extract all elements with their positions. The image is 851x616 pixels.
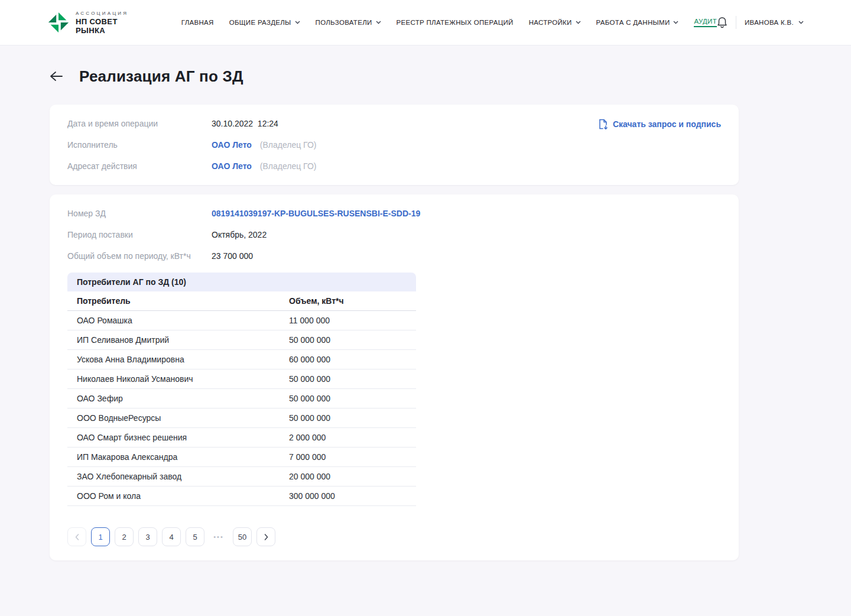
delivery-period-label: Период поставки — [67, 230, 212, 239]
addressee-label: Адресат действия — [67, 161, 212, 171]
pagination-page-2[interactable]: 2 — [115, 527, 134, 546]
volume-cell: 50 000 000 — [289, 374, 407, 384]
consumers-table: Потребители АГ по ЗД (10) Потребитель Об… — [67, 273, 416, 506]
top-navigation-bar: АССОЦИАЦИЯ НП СОВЕТ РЫНКА ГЛАВНАЯ ОБЩИЕ … — [0, 0, 851, 46]
consumers-table-header-row: Потребитель Объем, кВт*ч — [67, 291, 416, 311]
volume-cell: 11 000 000 — [289, 316, 407, 325]
main-content: Реализация АГ по ЗД Дата и время операци… — [50, 63, 739, 596]
download-request-signature-link[interactable]: Скачать запрос и подпись — [598, 119, 721, 129]
delivery-period-row: Период поставки Октябрь, 2022 — [67, 230, 721, 239]
pagination-page-1[interactable]: 1 — [91, 527, 110, 546]
nav-item-reestr-platezhnykh-operatsiy[interactable]: РЕЕСТР ПЛАТЕЖНЫХ ОПЕРАЦИЙ — [397, 19, 514, 26]
nav-item-label: ОБЩИЕ РАЗДЕЛЫ — [229, 19, 291, 26]
download-document-icon — [598, 119, 608, 129]
total-volume-label: Общий объем по периоду, кВт*ч — [67, 251, 212, 261]
consumer-cell: Николаев Николай Усманович — [77, 374, 289, 384]
table-row: ОАО Смарт бизнес решения 2 000 000 — [67, 428, 416, 448]
pagination-page-5[interactable]: 5 — [186, 527, 204, 546]
table-row: ОАО Зефир 50 000 000 — [67, 389, 416, 408]
chevron-down-icon — [673, 21, 678, 24]
consumer-cell: ООО Ром и кола — [77, 491, 289, 501]
table-row: Николаев Николай Усманович 50 000 000 — [67, 369, 416, 389]
volume-cell: 50 000 000 — [289, 335, 407, 345]
nav-item-nastroyki[interactable]: НАСТРОЙКИ — [529, 19, 581, 26]
header-divider — [736, 16, 736, 29]
back-button[interactable] — [50, 71, 63, 82]
nav-item-audit[interactable]: АУДИТ — [694, 18, 717, 27]
volume-cell: 20 000 000 — [289, 472, 407, 481]
executor-label: Исполнитель — [67, 140, 212, 150]
operation-date-label: Дата и время операции — [67, 119, 212, 128]
table-row: ООО ВодныеРесурсы 50 000 000 — [67, 408, 416, 428]
operation-summary-card: Дата и время операции 30.10.2022 12:24 И… — [50, 105, 739, 185]
title-row: Реализация АГ по ЗД — [50, 63, 739, 89]
notifications-bell-icon[interactable] — [717, 17, 727, 28]
chevron-down-icon — [376, 21, 381, 24]
nav-item-label: РЕЕСТР ПЛАТЕЖНЫХ ОПЕРАЦИЙ — [397, 19, 514, 26]
volume-cell: 7 000 000 — [289, 452, 407, 462]
nav-item-obshchie-razdely[interactable]: ОБЩИЕ РАЗДЕЛЫ — [229, 19, 300, 26]
logo-title: НП СОВЕТ РЫНКА — [76, 17, 147, 35]
volume-cell: 2 000 000 — [289, 433, 407, 442]
chevron-down-icon — [295, 21, 300, 24]
nav-item-label: ГЛАВНАЯ — [181, 19, 214, 26]
table-row: Ускова Анна Владимировна 60 000 000 — [67, 350, 416, 369]
table-row: ИП Макарова Александра 7 000 000 — [67, 448, 416, 467]
nav-item-rabota-s-dannymi[interactable]: РАБОТА С ДАННЫМИ — [596, 19, 679, 26]
zd-number-label: Номер ЗД — [67, 209, 212, 218]
delivery-period-value: Октябрь, 2022 — [212, 230, 721, 239]
user-name: ИВАНОВА К.В. — [745, 19, 794, 26]
pagination-next-button[interactable] — [256, 527, 275, 546]
executor-note: (Владелец ГО) — [260, 140, 317, 150]
nav-item-label: ПОЛЬЗОВАТЕЛИ — [316, 19, 372, 26]
total-volume-value: 23 700 000 — [212, 251, 721, 261]
volume-cell: 50 000 000 — [289, 413, 407, 423]
column-header-consumer: Потребитель — [77, 296, 289, 306]
zd-number-row: Номер ЗД 0819141039197-KP-BUGULSES-RUSEN… — [67, 209, 721, 218]
consumer-cell: ЗАО Хлебопекарный завод — [77, 472, 289, 481]
header-right: ИВАНОВА К.В. — [717, 16, 804, 29]
column-header-volume: Объем, кВт*ч — [289, 296, 407, 306]
chevron-down-icon — [798, 21, 804, 24]
nav-item-label: РАБОТА С ДАННЫМИ — [596, 19, 670, 26]
page-title: Реализация АГ по ЗД — [79, 67, 243, 86]
total-volume-row: Общий объем по периоду, кВт*ч 23 700 000 — [67, 251, 721, 261]
logo-icon — [47, 11, 70, 34]
addressee-link[interactable]: ОАО Лето — [212, 161, 252, 171]
logo[interactable]: АССОЦИАЦИЯ НП СОВЕТ РЫНКА — [47, 11, 147, 35]
consumer-cell: ИП Селиванов Дмитрий — [77, 335, 289, 345]
table-row: ИП Селиванов Дмитрий 50 000 000 — [67, 330, 416, 350]
executor-link[interactable]: ОАО Лето — [212, 140, 252, 150]
pagination-page-4[interactable]: 4 — [162, 527, 181, 546]
nav-item-glavnaya[interactable]: ГЛАВНАЯ — [181, 19, 214, 26]
consumer-cell: ООО ВодныеРесурсы — [77, 413, 289, 423]
pagination-prev-button[interactable] — [67, 527, 86, 546]
nav-item-polzovateli[interactable]: ПОЛЬЗОВАТЕЛИ — [316, 19, 381, 26]
volume-cell: 60 000 000 — [289, 355, 407, 364]
pagination-ellipsis: ••• — [209, 527, 228, 546]
volume-cell: 50 000 000 — [289, 394, 407, 403]
volume-cell: 300 000 000 — [289, 491, 407, 501]
consumer-cell: ИП Макарова Александра — [77, 452, 289, 462]
chevron-down-icon — [576, 21, 581, 24]
consumer-cell: ОАО Зефир — [77, 394, 289, 403]
consumer-cell: ОАО Смарт бизнес решения — [77, 433, 289, 442]
main-nav: ГЛАВНАЯ ОБЩИЕ РАЗДЕЛЫ ПОЛЬЗОВАТЕЛИ РЕЕСТ… — [181, 18, 717, 27]
executor-row: Исполнитель ОАО Лето (Владелец ГО) — [67, 140, 721, 150]
zd-number-link[interactable]: 0819141039197-KP-BUGULSES-RUSENSBI-E-SDD… — [212, 209, 420, 218]
logo-subtitle: АССОЦИАЦИЯ — [76, 11, 147, 16]
details-card: Номер ЗД 0819141039197-KP-BUGULSES-RUSEN… — [50, 194, 739, 560]
addressee-note: (Владелец ГО) — [260, 161, 317, 171]
user-menu[interactable]: ИВАНОВА К.В. — [745, 19, 804, 26]
addressee-row: Адресат действия ОАО Лето (Владелец ГО) — [67, 161, 721, 171]
table-row: ОАО Ромашка 11 000 000 — [67, 311, 416, 330]
nav-item-label: АУДИТ — [694, 18, 717, 25]
pagination-page-3[interactable]: 3 — [138, 527, 157, 546]
table-row: ЗАО Хлебопекарный завод 20 000 000 — [67, 467, 416, 487]
consumer-cell: ОАО Ромашка — [77, 316, 289, 325]
download-link-label: Скачать запрос и подпись — [613, 119, 721, 129]
consumers-table-title: Потребители АГ по ЗД (10) — [67, 273, 416, 291]
pagination-page-50[interactable]: 50 — [233, 527, 252, 546]
consumer-cell: Ускова Анна Владимировна — [77, 355, 289, 364]
table-row: ООО Ром и кола 300 000 000 — [67, 487, 416, 506]
